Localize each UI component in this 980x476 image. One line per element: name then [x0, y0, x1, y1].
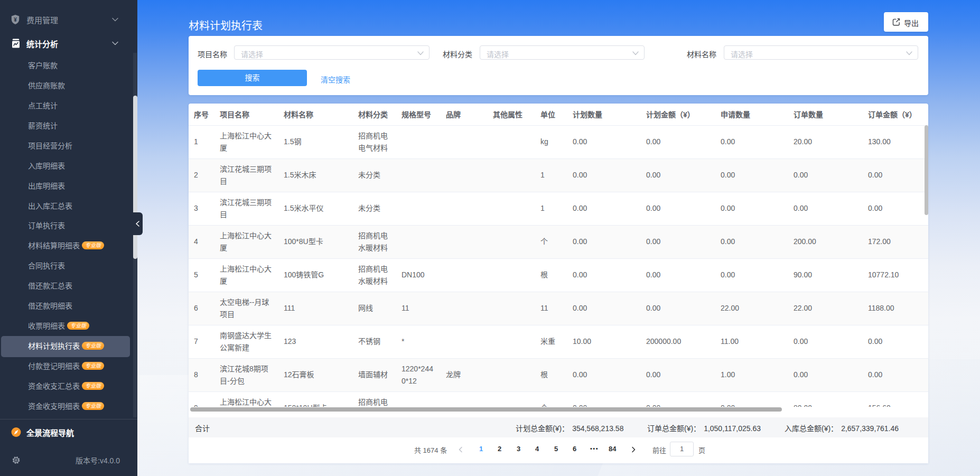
- svg-text:¥: ¥: [14, 17, 17, 23]
